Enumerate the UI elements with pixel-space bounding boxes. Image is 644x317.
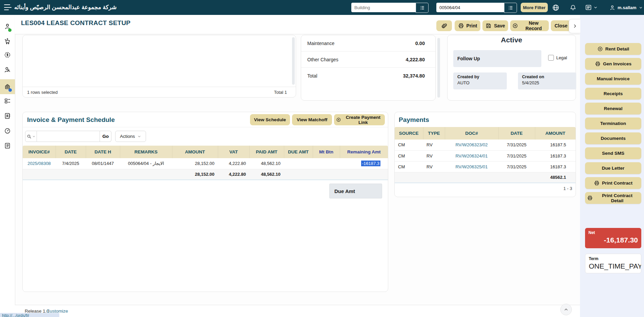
search-options-button[interactable] [25,131,37,142]
col-source[interactable]: SOURCE [395,127,423,140]
building-list-button[interactable] [416,3,429,13]
plus-circle-icon [597,46,603,52]
search-go-button[interactable]: Go [100,131,111,142]
col-remaining-amt[interactable]: Remaining Amt [340,146,388,158]
invoice-due-amt [284,158,313,169]
active-module-dot [8,88,12,92]
col-type[interactable]: TYPE [423,127,445,140]
col-vat[interactable]: VAT [218,146,249,158]
schedule-search-input[interactable] [37,131,100,142]
sidebar-item-property-active[interactable] [0,79,15,94]
col-amount[interactable]: AMOUNT [172,146,218,158]
col-remarks[interactable]: REMARKS [120,146,172,158]
globe-icon[interactable] [552,4,560,12]
sidebar-item-user[interactable] [0,20,15,33]
sidebar-item-contacts[interactable] [0,109,15,123]
expand-panel-button[interactable] [569,19,580,33]
chevron-down-icon [593,5,598,10]
termination-button[interactable]: Termination [585,118,641,129]
col-pay-amount[interactable]: AMOUNT [535,127,576,140]
col-pay-date[interactable]: DATE [498,127,535,140]
more-filter-button[interactable]: More Filter [521,3,548,12]
pagination-text: 1 - 3 [395,183,576,194]
save-button[interactable]: Save [482,20,508,31]
chevron-up-icon [563,307,569,312]
term-value: ONE_TIME_PAY [589,262,638,270]
col-invoice[interactable]: INVOICE# [23,146,56,158]
sidebar-item-services[interactable] [0,63,15,77]
col-date[interactable]: DATE [56,146,86,158]
contract-status: Active [448,36,576,44]
invoice-schedule-title: Invoice & Payment Schedule [27,116,115,124]
create-payment-link-button[interactable]: Create Payment Link [334,114,385,125]
payment-doc-link[interactable]: RV/W206325/01 [455,164,487,169]
record-search-input[interactable] [436,3,504,12]
legal-checkbox[interactable] [548,55,554,61]
net-label: Net [588,230,638,235]
search-icon [26,134,32,139]
hamburger-menu-icon[interactable] [4,4,12,10]
print-button[interactable]: Print [455,20,480,31]
payments-pagination-row: 1 - 3 [395,183,576,194]
scroll-to-top-button[interactable] [560,304,572,315]
rent-detail-button[interactable]: Rent Detail [585,43,641,55]
sidebar-item-procurement[interactable] [0,35,15,48]
plus-circle-icon [512,23,518,29]
notifications-bell-icon[interactable] [569,4,577,11]
legal-checkbox-group: Legal [548,55,567,61]
close-button[interactable]: Close [551,20,570,31]
gen-invoices-button[interactable]: Gen Invoices [585,58,641,70]
right-action-panel: Rent Detail Gen Invoices Manual Invoice … [580,15,644,317]
chevron-down-icon [639,5,643,10]
vertical-scrollbar[interactable] [292,37,295,85]
payments-card: Payments SOURCE TYPE DOC# DATE AMOUNT CM… [394,112,576,197]
due-letter-button[interactable]: Due Letter [585,162,641,174]
sidebar-item-finance[interactable] [0,48,15,62]
col-date-h[interactable]: DATE H [86,146,120,158]
payments-totals-row: 48562.1 [395,172,576,183]
col-paid-amt[interactable]: PAID AMT [249,146,284,158]
payment-doc-link[interactable]: RV/W206324/01 [455,153,487,158]
charges-scrollbar[interactable] [437,38,440,98]
user-icon [609,4,616,11]
new-record-button[interactable]: New Record [510,20,549,31]
view-schedule-button[interactable]: View Schedule [250,114,290,125]
payments-total: 48562.1 [535,172,576,183]
follow-up-field[interactable]: Follow Up [453,50,541,67]
receipts-button[interactable]: Receipts [585,88,641,100]
print-contract-detail-button[interactable]: Print Contract Detail [585,192,641,204]
invoice-number-link[interactable]: 2025/08308 [27,161,51,166]
col-doc[interactable]: DOC# [445,127,498,140]
charges-card: Maintenance 0.00 Other Charges 4,222.80 … [301,35,436,101]
remaining-amt-selected-cell[interactable]: -16187.3 [361,161,380,166]
print-contract-button[interactable]: Print Contract [585,177,641,189]
manual-invoice-button[interactable]: Manual Invoice [585,73,641,85]
actions-menu-button[interactable]: Actions [115,131,146,142]
send-sms-button[interactable]: Send SMS [585,147,641,159]
payment-doc-link[interactable]: RV/W206323/02 [455,142,487,147]
paperclip-icon [441,23,448,29]
app-switcher-menu[interactable] [585,4,598,11]
col-due-amt[interactable]: DUE AMT [284,146,313,158]
floppy-icon [485,23,492,29]
view-matchoff-button[interactable]: View Matchoff [292,114,332,125]
col-mt-btn[interactable]: Mt Btn [313,146,340,158]
maintenance-row: Maintenance 0.00 [301,35,435,51]
sidebar-item-dashboard[interactable] [0,124,15,138]
renewal-button[interactable]: Renewal [585,103,641,114]
attach-button[interactable] [436,20,452,31]
invoice-mt-btn [313,158,340,169]
payment-row: CM RV RV/W206323/02 7/31/2025 16187.5 [395,140,576,150]
invoice-vat: 4,222.80 [218,158,249,169]
invoice-row: 2025/08308 7/4/2025 08/01/1447 الايجار -… [23,158,388,169]
documents-button[interactable]: Documents [585,132,641,144]
net-value: -16,187.30 [588,236,638,244]
user-menu[interactable]: m.sallam [609,0,643,15]
building-search-input[interactable] [351,3,416,12]
term-box: Term ONE_TIME_PAY [585,254,641,273]
record-list-button[interactable] [504,3,517,13]
sidebar-item-reports[interactable] [0,139,15,152]
sidebar-item-modules[interactable] [0,94,15,108]
top-bar: شركة مجموعة عبدالمحسن الرصيّص وأبنائه Mo… [0,0,644,15]
rows-selected-text: 1 rows selected [27,90,274,95]
